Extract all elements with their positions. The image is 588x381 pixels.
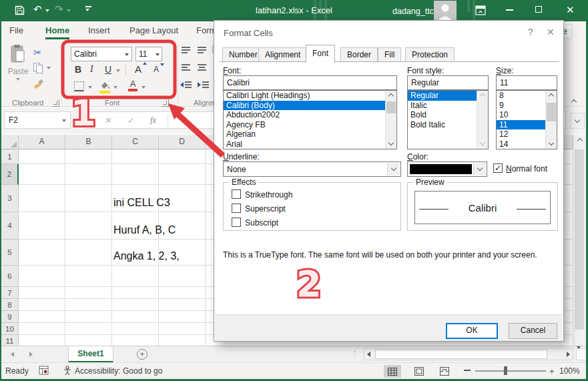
dialog-close-icon[interactable]: ✕ [547,27,555,37]
decrease-indent-icon[interactable] [180,81,192,88]
font-list-item[interactable]: Agency FB [224,120,396,130]
paste-button[interactable]: Paste [7,44,29,85]
align-top-icon[interactable] [182,47,190,53]
font-style-item[interactable]: Italic [408,101,488,111]
avatar[interactable] [434,1,457,21]
font-list-item[interactable]: Calibri Light (Headings) [224,91,396,101]
dialog-tab-alignment[interactable]: Alignment [258,47,307,62]
new-sheet-button[interactable]: + [137,349,148,360]
row-header-10[interactable]: 10 [1,323,19,335]
align-center-icon[interactable] [198,64,206,71]
fill-color-dropdown-icon[interactable] [113,86,117,89]
cut-icon[interactable]: ✂ [33,47,42,59]
font-size-combo[interactable]: 11 [135,47,162,61]
underline-dropdown-icon[interactable] [116,69,120,72]
cell-c5[interactable]: Angka 1, 2, 3, [113,250,180,262]
accessibility-icon[interactable] [63,366,72,378]
next-sheet-icon[interactable] [29,352,33,357]
tab-file[interactable]: File [9,25,23,35]
subscript-checkbox[interactable] [232,218,241,227]
font-list[interactable]: Calibri Light (Headings) Calibri (Body) … [223,90,397,149]
tab-page-layout[interactable]: Page Layout [129,25,178,35]
cancel-button[interactable]: Cancel [509,323,557,339]
collapse-ribbon-icon[interactable] [571,99,577,105]
font-input[interactable]: Calibri [223,75,397,90]
formula-enter-icon[interactable]: ✓ [127,115,135,125]
font-style-item[interactable]: Bold Italic [408,120,488,130]
view-page-break-button[interactable] [436,365,453,378]
font-list-item-selected[interactable]: Calibri (Body) [224,101,396,111]
shrink-font-button[interactable]: A [154,65,159,74]
column-header-c[interactable]: C [112,135,159,149]
dialog-tab-border[interactable]: Border [340,47,378,62]
close-button[interactable]: ✕ [566,5,575,15]
grow-font-button[interactable]: A [135,63,141,75]
cell-c3[interactable]: ini CELL C3 [113,197,170,209]
column-header-d[interactable]: D [159,135,206,149]
maximize-button[interactable] [535,6,542,13]
superscript-checkbox[interactable] [232,204,241,213]
view-page-layout-button[interactable] [410,365,428,378]
borders-button[interactable] [74,81,84,91]
size-list[interactable]: 8 9 10 11 12 14 [496,90,557,149]
font-name-combo[interactable]: Calibri [71,47,132,61]
vertical-scrollbar-down-button[interactable] [576,348,587,360]
ribbon-display-options-icon[interactable] [475,5,486,17]
row-header-3[interactable]: 3 [1,185,19,212]
font-style-item[interactable]: Bold [408,110,488,120]
row-header-7[interactable]: 7 [1,287,19,299]
increase-indent-icon[interactable] [198,81,209,88]
copy-dropdown-icon[interactable] [47,67,51,69]
align-middle-icon[interactable] [198,47,206,53]
tab-home[interactable]: Home [45,25,69,39]
fx-icon[interactable]: fx [150,115,156,125]
color-dropdown[interactable] [407,161,487,177]
column-header-a[interactable]: A [19,135,65,149]
expand-formula-bar-icon[interactable] [570,113,585,129]
account-name[interactable]: dadang_ttc [392,6,434,17]
zoom-in-button[interactable]: + [549,366,555,376]
font-dialog-launcher[interactable] [162,99,169,107]
zoom-level[interactable]: 100% [559,366,580,376]
row-header-6[interactable]: 6 [1,266,19,287]
font-list-item[interactable]: Abduction2002 [224,110,396,120]
font-color-button[interactable]: A [128,79,137,91]
font-list-item[interactable]: Algerian [224,129,396,139]
borders-dropdown-icon[interactable] [88,86,92,89]
horizontal-scrollbar[interactable] [364,348,573,360]
tab-scrollbar-splitter[interactable]: ⋮ [351,350,358,358]
sheet-tab-sheet1[interactable]: Sheet1 [68,346,113,363]
dialog-tab-protection[interactable]: Protection [405,47,455,62]
underline-dropdown[interactable]: None [223,161,401,177]
bold-button[interactable]: B [75,64,81,75]
font-style-input[interactable]: Regular [407,75,489,90]
row-header-11[interactable]: 11 [1,335,19,346]
namebox-splitter[interactable]: ⋮ [76,114,84,123]
dialog-tab-fill[interactable]: Fill [378,47,401,62]
formula-cancel-icon[interactable]: ✕ [105,115,112,125]
prev-sheet-icon[interactable] [11,352,14,357]
cell-c4[interactable]: Huruf A, B, C [113,224,176,236]
ok-button[interactable]: OK [446,323,498,339]
font-list-item[interactable]: Arial [224,139,396,149]
row-header-4[interactable]: 4 [1,212,19,240]
row-header-2[interactable]: 2 [1,164,19,185]
strikethrough-checkbox[interactable] [232,189,241,199]
tab-insert[interactable]: Insert [88,25,110,35]
macro-record-icon[interactable] [39,366,49,377]
vertical-scrollbar[interactable] [573,135,586,346]
row-header-8[interactable]: 8 [1,299,19,311]
size-list-scrollbar[interactable] [545,91,557,149]
dialog-tab-font[interactable]: Font [306,45,335,63]
name-box[interactable]: F2 [4,111,71,129]
row-header-1[interactable]: 1 [1,149,19,164]
format-painter-icon[interactable] [33,78,44,92]
zoom-out-button[interactable] [464,370,471,371]
minimize-button[interactable] [506,9,513,11]
underline-button[interactable]: U [105,64,111,75]
italic-button[interactable]: I [90,64,93,75]
normal-font-checkbox[interactable]: ✓ [493,163,503,173]
zoom-slider-thumb[interactable] [504,366,507,375]
size-input[interactable]: 11 [496,75,557,90]
clipboard-dialog-launcher[interactable] [52,99,59,107]
